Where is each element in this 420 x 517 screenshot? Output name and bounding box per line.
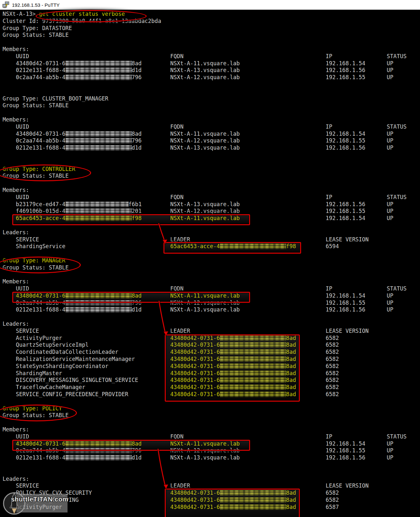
col-header-uuid: UUID [16, 194, 29, 201]
member-status: UP [387, 208, 393, 215]
member-fqdn: NSXt-A-12.vsquare.lab [170, 447, 240, 454]
leader-lease-version: 6582 [326, 335, 339, 342]
member-status: UP [387, 215, 393, 222]
terminal-output[interactable]: NSXt-A-13>get cluster status verbose Clu… [0, 10, 420, 517]
member-row-highlighted: 43480d42-0731-68adNSXt-A-11.vsquare.lab1… [0, 292, 420, 300]
member-ip: 192.168.1.56 [326, 201, 365, 208]
col-header-uuid: UUID [16, 433, 29, 440]
leader-lease-version: 6582 [326, 370, 339, 377]
group-type-label: Group Type: [3, 257, 39, 264]
member-ip: 192.168.1.54 [326, 60, 365, 67]
member-status: UP [387, 292, 393, 300]
member-ip: 192.168.1.56 [326, 144, 365, 152]
leader-service: TraceflowCacheManager [16, 384, 85, 391]
member-fqdn: NSXt-A-12.vsquare.lab [170, 137, 240, 144]
member-uuid: 43480d42-0731-68ad [16, 60, 142, 67]
member-status: UP [387, 447, 393, 454]
redacted-uuid-segment [220, 392, 286, 397]
group-status-label: Group Status: [3, 32, 46, 38]
leader-lease-version: 6582 [326, 342, 339, 349]
group-type-label: Group Type: [3, 166, 39, 172]
member-uuid: 43480d42-0731-68ad [16, 440, 142, 448]
group-type-value: CLUSTER_BOOT_MANAGER [42, 95, 109, 102]
leader-service: ActivityPurger [16, 504, 62, 511]
redacted-uuid-segment [66, 307, 132, 312]
col-header-service: SERVICE [16, 328, 39, 335]
member-fqdn: NSXt-A-12.vsquare.lab [170, 208, 240, 215]
members-label: Members: [3, 187, 29, 194]
leader-row: StateSyncShardingCoordinator43480d42-073… [0, 363, 420, 370]
member-uuid: 0212e131-f688-4d1d [16, 454, 142, 461]
leader-uuid: 43480d42-0731-68ad [170, 356, 296, 363]
group-type-label: Group Type: [3, 405, 39, 412]
redacted-uuid-segment [220, 504, 286, 510]
group-status-value: STABLE [49, 32, 68, 38]
member-fqdn: NSXt-A-11.vsquare.lab [170, 292, 240, 300]
member-ip: 192.168.1.54 [326, 440, 365, 448]
col-header-service: SERVICE [16, 482, 39, 490]
leader-service: RealizationServiceMaintenanceManager [16, 356, 135, 363]
member-status: UP [387, 131, 393, 138]
leader-uuid: 43480d42-0731-68ad [170, 504, 296, 511]
leader-uuid: 43480d42-0731-68ad [170, 384, 296, 391]
member-fqdn: NSXt-A-11.vsquare.lab [170, 60, 240, 67]
leader-lease-version: 6582 [326, 363, 339, 370]
member-ip: 192.168.1.55 [326, 300, 365, 307]
member-uuid: 0c2aa744-ab5b-4796 [16, 300, 142, 307]
leader-lease-version: 6582 [326, 490, 339, 497]
leaders-label: Leaders: [3, 229, 29, 236]
member-row: 0c2aa744-ab5b-4796NSXt-A-12.vsquare.lab1… [0, 137, 420, 144]
redacted-uuid-segment [66, 68, 132, 73]
col-header-ip: IP [326, 285, 332, 292]
group-type-value: DATASTORE [42, 25, 72, 31]
col-header-status: STATUS [387, 285, 406, 292]
member-ip: 192.168.1.54 [326, 131, 365, 138]
col-header-uuid: UUID [16, 123, 29, 131]
member-fqdn: NSXt-A-12.vsquare.lab [170, 300, 240, 307]
group-type-value: CONTROLLER [42, 166, 75, 172]
col-header-uuid: UUID [16, 285, 29, 292]
member-uuid: 0c2aa744-ab5b-4796 [16, 74, 142, 81]
col-header-fqdn: FQDN [170, 194, 184, 201]
col-header-fqdn: FQDN [170, 53, 184, 60]
leader-uuid: 43480d42-0731-68ad [170, 377, 296, 384]
group-type-value: POLICY [42, 405, 62, 412]
shell-prompt: NSXt-A-13> [3, 11, 36, 17]
leader-lease-version: 6582 [326, 356, 339, 363]
leader-row: SERVICE_CONFIG_PRECEDENCE_PROVIDER43480d… [0, 391, 420, 398]
col-header-lease-version: LEASE VERSION [326, 482, 369, 490]
leader-row: CoordinatedDataCollectionLeader43480d42-… [0, 349, 420, 356]
member-status: UP [387, 144, 393, 152]
leader-row: DISCOVERY_MESSAGING_SINGLETON_SERVICE434… [0, 377, 420, 384]
leader-service: ShardingService [16, 243, 66, 250]
redacted-uuid-segment [220, 335, 286, 341]
member-row: 43480d42-0731-68adNSXt-A-11.vsquare.lab1… [0, 131, 420, 138]
leader-row: ShardingMaster43480d42-0731-68ad6582 [0, 370, 420, 377]
col-header-status: STATUS [387, 123, 406, 131]
member-status: UP [387, 440, 393, 448]
member-ip: 192.168.1.54 [326, 292, 365, 300]
member-status: UP [387, 137, 393, 144]
redacted-uuid-segment [66, 216, 132, 221]
member-uuid: f469106b-015d-4201 [16, 208, 142, 215]
member-row: 0212e131-f688-4d1dNSXt-A-13.vsquare.lab1… [0, 67, 420, 74]
col-header-ip: IP [326, 53, 332, 60]
title-bar[interactable]: 192.168.1.53 - PuTTY [0, 0, 420, 10]
putty-icon[interactable] [2, 1, 9, 8]
col-header-uuid: UUID [16, 53, 29, 60]
col-header-fqdn: FQDN [170, 285, 184, 292]
cluster-id-value: 97371300-56a0-44f1-a8c1-13aabdac2bda [42, 18, 161, 24]
member-ip: 192.168.1.56 [326, 454, 365, 461]
leader-lease-version: 6582 [326, 377, 339, 384]
member-fqdn: NSXt-A-13.vsquare.lab [170, 306, 240, 313]
member-row: 0212e131-f688-4d1dNSXt-A-13.vsquare.lab1… [0, 144, 420, 152]
leader-row: TraceflowCacheManager43480d42-0731-68ad6… [0, 384, 420, 391]
redacted-uuid-segment [220, 356, 286, 362]
member-status: UP [387, 60, 393, 67]
member-status: UP [387, 300, 393, 307]
leader-lease-version: 6582 [326, 349, 339, 356]
members-label: Members: [3, 278, 29, 285]
member-row: f469106b-015d-4201NSXt-A-12.vsquare.lab1… [0, 208, 420, 215]
leader-uuid: 43480d42-0731-68ad [170, 349, 296, 356]
redacted-uuid-segment [66, 61, 132, 66]
